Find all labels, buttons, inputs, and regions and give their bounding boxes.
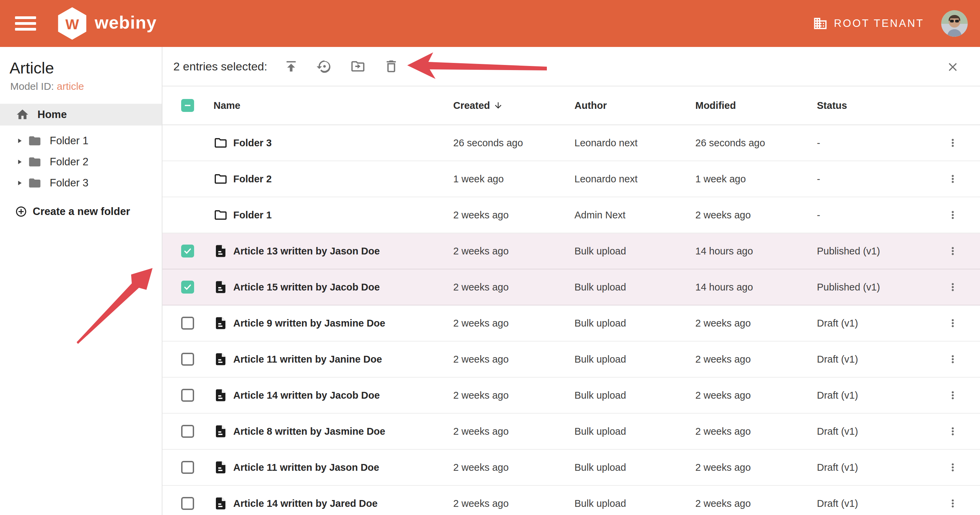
row-checkbox[interactable] bbox=[181, 317, 194, 330]
entry-author: Bulk upload bbox=[574, 354, 695, 365]
folder-navigation: Home Folder 1Folder 2Folder 3 Create a n… bbox=[0, 104, 162, 222]
folder-icon bbox=[28, 134, 41, 147]
delete-button[interactable] bbox=[383, 58, 399, 74]
kebab-menu-icon bbox=[946, 208, 959, 222]
entry-created: 2 weeks ago bbox=[453, 498, 574, 509]
entry-created: 2 weeks ago bbox=[453, 282, 574, 293]
folder-icon bbox=[28, 176, 41, 190]
row-checkbox[interactable] bbox=[181, 461, 194, 474]
chevron-right-icon[interactable] bbox=[16, 158, 23, 166]
entry-status: - bbox=[817, 209, 926, 221]
entry-status: Draft (v1) bbox=[817, 318, 926, 329]
row-menu-button[interactable] bbox=[945, 207, 961, 223]
table-row[interactable]: Article 14 written by Jared Doe2 weeks a… bbox=[162, 486, 980, 515]
entry-author: Leonardo next bbox=[574, 138, 695, 149]
table-row[interactable]: Article 8 written by Jasmine Doe2 weeks … bbox=[162, 414, 980, 450]
entry-name[interactable]: Folder 1 bbox=[233, 209, 272, 221]
entry-name[interactable]: Article 13 written by Jason Doe bbox=[233, 246, 380, 257]
entries-panel: 2 entries selected: bbox=[162, 47, 980, 515]
model-id: Model ID: article bbox=[10, 81, 162, 92]
table-header-row: Name Created Author Modified Status bbox=[162, 86, 980, 125]
article-icon bbox=[213, 460, 228, 474]
sidebar-folder-2[interactable]: Folder 2 bbox=[0, 151, 162, 173]
row-menu-button[interactable] bbox=[945, 315, 961, 331]
table-row[interactable]: Folder 326 seconds agoLeonardo next26 se… bbox=[162, 125, 980, 161]
kebab-menu-icon bbox=[946, 280, 959, 294]
top-app-bar: W webiny ROOT TENANT bbox=[0, 0, 980, 47]
chevron-right-icon[interactable] bbox=[16, 179, 23, 187]
entry-status: - bbox=[817, 173, 926, 185]
kebab-menu-icon bbox=[946, 316, 959, 330]
sidebar-folder-1[interactable]: Folder 1 bbox=[0, 130, 162, 151]
row-menu-button[interactable] bbox=[945, 243, 961, 259]
entry-name[interactable]: Article 11 written by Jason Doe bbox=[233, 462, 379, 473]
entry-name[interactable]: Article 14 written by Jacob Doe bbox=[233, 390, 380, 401]
entry-author: Bulk upload bbox=[574, 462, 695, 473]
user-avatar[interactable] bbox=[941, 10, 968, 37]
entry-name[interactable]: Article 9 written by Jasmine Doe bbox=[233, 318, 385, 329]
row-checkbox[interactable] bbox=[181, 497, 194, 510]
table-row[interactable]: Folder 12 weeks agoAdmin Next2 weeks ago… bbox=[162, 197, 980, 233]
deselect-all-button[interactable] bbox=[945, 60, 960, 75]
row-menu-button[interactable] bbox=[945, 135, 961, 151]
table-row[interactable]: Article 11 written by Jason Doe2 weeks a… bbox=[162, 450, 980, 486]
entry-status: Published (v1) bbox=[817, 282, 926, 293]
sidebar-folder-3[interactable]: Folder 3 bbox=[0, 173, 162, 193]
publish-button[interactable] bbox=[283, 58, 299, 74]
row-menu-button[interactable] bbox=[945, 171, 961, 187]
model-id-value[interactable]: article bbox=[57, 81, 84, 92]
restore-icon bbox=[317, 59, 332, 74]
column-header-modified[interactable]: Modified bbox=[695, 100, 817, 111]
entry-name[interactable]: Article 14 written by Jared Doe bbox=[233, 498, 378, 509]
table-row[interactable]: Article 14 written by Jacob Doe2 weeks a… bbox=[162, 377, 980, 414]
row-menu-button[interactable] bbox=[945, 459, 961, 475]
entry-name[interactable]: Article 8 written by Jasmine Doe bbox=[233, 426, 385, 437]
sidebar-item-home[interactable]: Home bbox=[0, 104, 162, 125]
bulk-actions-toolbar: 2 entries selected: bbox=[162, 47, 980, 86]
hamburger-menu-icon[interactable] bbox=[15, 14, 39, 32]
row-menu-button[interactable] bbox=[945, 279, 961, 295]
select-all-checkbox[interactable] bbox=[181, 99, 194, 112]
entry-author: Bulk upload bbox=[574, 426, 695, 437]
row-checkbox[interactable] bbox=[181, 244, 194, 258]
row-menu-button[interactable] bbox=[945, 351, 961, 368]
entry-name[interactable]: Folder 2 bbox=[233, 173, 272, 185]
table-row[interactable]: Article 9 written by Jasmine Doe2 weeks … bbox=[162, 306, 980, 342]
table-row[interactable]: Article 11 written by Janine Doe2 weeks … bbox=[162, 342, 980, 377]
table-row[interactable]: Article 13 written by Jason Doe2 weeks a… bbox=[162, 233, 980, 269]
tenant-label: ROOT TENANT bbox=[834, 17, 924, 30]
row-checkbox[interactable] bbox=[181, 425, 194, 438]
move-to-folder-button[interactable] bbox=[350, 58, 366, 74]
column-header-created[interactable]: Created bbox=[453, 100, 574, 111]
brand-wordmark: webiny bbox=[95, 14, 157, 33]
row-menu-button[interactable] bbox=[945, 387, 961, 403]
table-row[interactable]: Article 15 written by Jacob Doe2 weeks a… bbox=[162, 269, 980, 306]
table-row[interactable]: Folder 21 week agoLeonardo next1 week ag… bbox=[162, 161, 980, 197]
indeterminate-icon bbox=[184, 102, 191, 109]
entry-modified: 2 weeks ago bbox=[695, 318, 817, 329]
entry-status: Draft (v1) bbox=[817, 426, 926, 437]
chevron-right-icon[interactable] bbox=[16, 137, 23, 144]
entry-name[interactable]: Article 15 written by Jacob Doe bbox=[233, 282, 380, 293]
entry-name[interactable]: Folder 3 bbox=[233, 138, 272, 149]
entry-created: 1 week ago bbox=[453, 173, 574, 185]
tenant-selector[interactable]: ROOT TENANT bbox=[813, 16, 924, 31]
entry-author: Bulk upload bbox=[574, 282, 695, 293]
article-icon bbox=[213, 316, 228, 330]
row-checkbox[interactable] bbox=[181, 280, 194, 293]
entry-name[interactable]: Article 11 written by Janine Doe bbox=[233, 354, 382, 365]
row-checkbox[interactable] bbox=[181, 389, 194, 402]
row-menu-button[interactable] bbox=[945, 495, 961, 512]
entry-created: 2 weeks ago bbox=[453, 246, 574, 257]
entry-author: Bulk upload bbox=[574, 498, 695, 509]
column-header-status[interactable]: Status bbox=[817, 100, 926, 111]
article-icon bbox=[213, 280, 228, 294]
row-checkbox[interactable] bbox=[181, 353, 194, 366]
create-folder-button[interactable]: Create a new folder bbox=[0, 201, 132, 222]
column-header-author[interactable]: Author bbox=[574, 100, 695, 111]
column-header-name[interactable]: Name bbox=[213, 100, 453, 111]
row-menu-button[interactable] bbox=[945, 423, 961, 439]
entry-status: - bbox=[817, 138, 926, 149]
unpublish-button[interactable] bbox=[317, 58, 332, 74]
page-title: Article bbox=[10, 59, 162, 77]
